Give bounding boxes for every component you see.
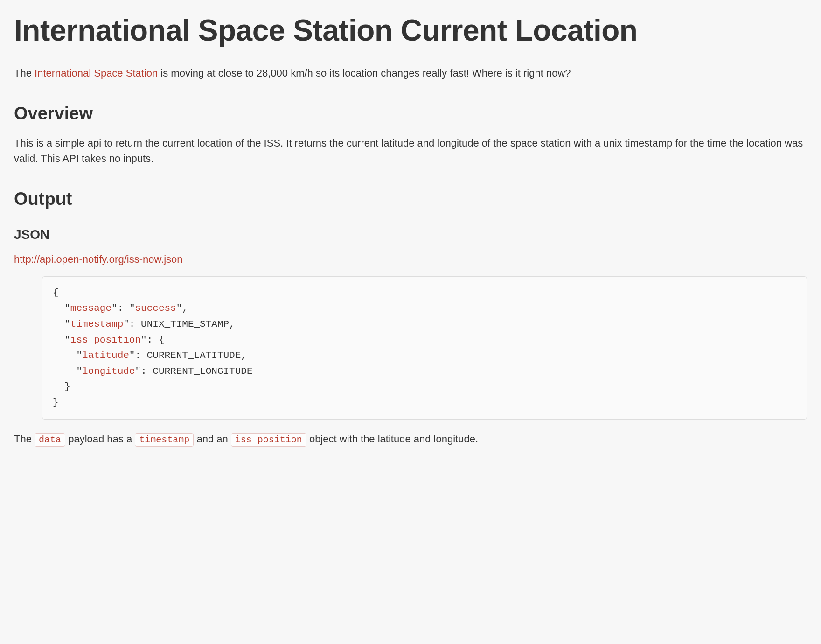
code-comma: , — [241, 350, 247, 361]
json-code-block: { "message": "success", "timestamp": UNI… — [42, 276, 807, 420]
footer-text: object with the latitude and longitude. — [306, 433, 478, 445]
overview-body: This is a simple api to return the curre… — [14, 135, 807, 166]
code-brace: { — [53, 287, 59, 298]
code-value: CURRENT_LATITUDE — [147, 350, 241, 361]
code-brace: } — [53, 397, 59, 408]
footer-text: and an — [194, 433, 231, 445]
json-subheading: JSON — [14, 228, 807, 242]
code-key: message — [70, 303, 111, 314]
code-key: latitude — [82, 350, 129, 361]
code-comma: , — [229, 319, 235, 329]
code-value: success — [135, 303, 176, 314]
code-colon: : — [135, 350, 146, 361]
code-quote: " — [135, 366, 141, 377]
overview-heading: Overview — [14, 104, 807, 124]
code-colon: : — [129, 319, 141, 329]
code-quote: " — [141, 335, 147, 345]
intro-paragraph: The International Space Station is movin… — [14, 65, 807, 81]
endpoint-link[interactable]: http://api.open-notify.org/iss-now.json — [14, 252, 807, 267]
code-brace: } — [64, 381, 70, 392]
footer-paragraph: The data payload has a timestamp and an … — [14, 431, 807, 447]
code-colon: : — [118, 303, 129, 314]
inline-code-iss-position: iss_position — [231, 433, 306, 447]
code-key: iss_position — [70, 335, 141, 345]
code-colon: : — [141, 366, 153, 377]
code-quote: " — [176, 303, 182, 314]
code-key: timestamp — [70, 319, 123, 329]
inline-code-data: data — [35, 433, 65, 447]
iss-link[interactable]: International Space Station — [35, 67, 158, 79]
code-quote: " — [64, 335, 70, 345]
code-quote: " — [64, 303, 70, 314]
code-comma: , — [182, 303, 188, 314]
footer-text: payload has a — [65, 433, 135, 445]
page-title: International Space Station Current Loca… — [14, 14, 807, 47]
code-quote: " — [129, 303, 135, 314]
intro-prefix: The — [14, 67, 35, 79]
code-quote: " — [129, 350, 135, 361]
code-quote: " — [123, 319, 129, 329]
code-value: CURRENT_LONGITUDE — [153, 366, 252, 377]
footer-text: The — [14, 433, 35, 445]
code-quote: " — [111, 303, 118, 314]
code-value: UNIX_TIME_STAMP — [141, 319, 229, 329]
code-quote: " — [76, 350, 82, 361]
output-heading: Output — [14, 189, 807, 209]
code-quote: " — [76, 366, 82, 377]
code-key: longitude — [82, 366, 135, 377]
code-quote: " — [64, 319, 70, 329]
inline-code-timestamp: timestamp — [135, 433, 194, 447]
intro-suffix: is moving at close to 28,000 km/h so its… — [158, 67, 571, 79]
code-colon: : { — [147, 335, 165, 345]
